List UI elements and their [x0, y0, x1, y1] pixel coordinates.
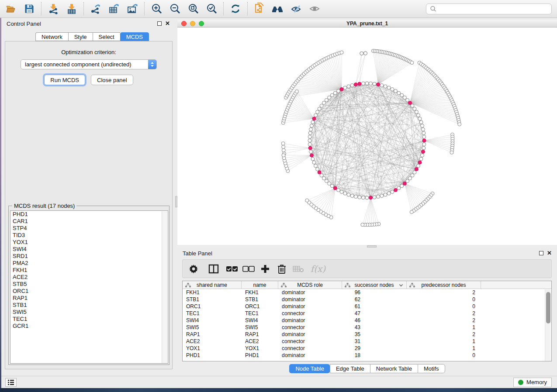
network-node[interactable]: [415, 110, 418, 114]
table-scrollbar[interactable]: [545, 289, 551, 361]
network-node[interactable]: [340, 190, 343, 193]
network-node[interactable]: [384, 193, 387, 196]
network-node-dominator[interactable]: [377, 83, 380, 86]
network-node[interactable]: [320, 174, 323, 177]
network-node[interactable]: [403, 96, 406, 100]
network-node[interactable]: [308, 131, 312, 135]
network-node[interactable]: [419, 157, 423, 161]
network-node[interactable]: [413, 171, 416, 174]
network-node[interactable]: [305, 199, 309, 202]
add-column-button[interactable]: [257, 264, 273, 274]
network-node[interactable]: [347, 85, 350, 88]
tab-select[interactable]: Select: [93, 32, 120, 41]
close-panel-icon[interactable]: ✕: [165, 21, 170, 26]
mcds-list-scrollbar[interactable]: [162, 211, 167, 364]
network-node[interactable]: [369, 82, 373, 85]
mcds-result-item[interactable]: GCR1: [10, 323, 168, 330]
network-node[interactable]: [408, 176, 412, 180]
network-node[interactable]: [380, 83, 384, 87]
network-node[interactable]: [314, 113, 318, 117]
network-node[interactable]: [422, 143, 426, 146]
zoom-in-button[interactable]: [147, 1, 166, 16]
network-node[interactable]: [282, 154, 285, 157]
network-node[interactable]: [373, 196, 376, 199]
table-row[interactable]: PHD1PHD1dominator180: [183, 352, 551, 359]
table-row[interactable]: SWI4SWI4dominator462: [183, 317, 551, 324]
table-row[interactable]: ACE2ACE2connector311: [183, 338, 551, 345]
network-node[interactable]: [340, 51, 343, 54]
network-node[interactable]: [373, 82, 376, 86]
network-node[interactable]: [311, 157, 315, 161]
network-node-dominator[interactable]: [340, 88, 343, 91]
table-row[interactable]: STB1STB1dominator620: [183, 296, 551, 303]
export-table-button[interactable]: [105, 1, 123, 16]
save-session-button[interactable]: [20, 1, 38, 16]
table-close-icon[interactable]: ✕: [547, 251, 552, 255]
network-node-dominator[interactable]: [415, 168, 418, 171]
search-network-button[interactable]: [269, 1, 287, 16]
table-row[interactable]: ORC1ORC1dominator610: [183, 303, 551, 310]
tab-network-table[interactable]: Network Table: [370, 364, 418, 373]
network-node[interactable]: [322, 176, 326, 180]
table-row[interactable]: RAP1RAP1dominator352: [183, 331, 551, 338]
network-node-dominator[interactable]: [421, 150, 425, 154]
network-node[interactable]: [364, 52, 367, 55]
mcds-result-item[interactable]: RAP1: [10, 295, 168, 302]
network-node[interactable]: [350, 83, 354, 87]
network-node[interactable]: [354, 195, 357, 198]
network-node-dominator[interactable]: [358, 82, 361, 86]
network-node[interactable]: [421, 154, 424, 157]
table-row[interactable]: TEC1TEC1connector472: [183, 310, 551, 317]
network-node[interactable]: [347, 193, 350, 196]
network-node[interactable]: [387, 86, 391, 89]
select-all-button[interactable]: [224, 265, 240, 272]
network-node[interactable]: [310, 124, 313, 127]
network-node[interactable]: [281, 142, 285, 145]
network-node[interactable]: [295, 90, 298, 93]
network-node[interactable]: [343, 192, 347, 195]
network-node[interactable]: [411, 104, 414, 107]
network-node[interactable]: [400, 184, 404, 188]
column-header-predecessor-nodes[interactable]: predecessor nodes: [407, 281, 481, 289]
network-node[interactable]: [410, 61, 414, 65]
mcds-result-item[interactable]: SWI5: [10, 309, 168, 316]
network-node[interactable]: [308, 143, 311, 146]
network-node-dominator[interactable]: [308, 146, 312, 150]
network-node-dominator[interactable]: [422, 139, 426, 142]
network-node[interactable]: [322, 101, 326, 105]
network-node[interactable]: [282, 148, 285, 152]
tab-motifs[interactable]: Motifs: [418, 364, 445, 373]
network-node[interactable]: [422, 131, 426, 135]
mcds-result-item[interactable]: FKH1: [10, 267, 168, 274]
mcds-result-item[interactable]: TEC1: [10, 316, 168, 323]
delete-column-button[interactable]: [273, 264, 290, 274]
export-image-button[interactable]: [123, 1, 142, 16]
refresh-button[interactable]: [226, 1, 245, 16]
network-node[interactable]: [406, 98, 409, 102]
network-node[interactable]: [418, 117, 422, 120]
network-node[interactable]: [365, 196, 369, 199]
import-table-button[interactable]: [62, 1, 81, 16]
network-node-dominator[interactable]: [354, 83, 357, 86]
function-builder-button[interactable]: f(x): [307, 264, 329, 274]
network-node-dominator[interactable]: [312, 117, 316, 120]
network-node[interactable]: [394, 89, 398, 93]
network-node[interactable]: [387, 192, 391, 195]
network-node[interactable]: [350, 194, 354, 198]
network-node[interactable]: [384, 85, 387, 88]
zoom-selected-button[interactable]: [202, 1, 221, 16]
column-header-name[interactable]: name: [242, 281, 278, 289]
network-node[interactable]: [320, 104, 323, 107]
network-node[interactable]: [337, 188, 340, 192]
column-header-MCDS-role[interactable]: MCDS role: [278, 281, 342, 289]
network-node[interactable]: [311, 120, 315, 124]
network-node[interactable]: [343, 86, 347, 89]
network-node[interactable]: [419, 120, 423, 124]
network-node[interactable]: [391, 88, 394, 91]
network-node[interactable]: [361, 82, 365, 85]
network-node[interactable]: [380, 194, 384, 198]
network-node-dominator[interactable]: [369, 196, 373, 199]
mcds-result-item[interactable]: YOX1: [10, 239, 168, 246]
network-node[interactable]: [325, 179, 328, 183]
column-header-shared-name[interactable]: shared name: [183, 281, 242, 289]
